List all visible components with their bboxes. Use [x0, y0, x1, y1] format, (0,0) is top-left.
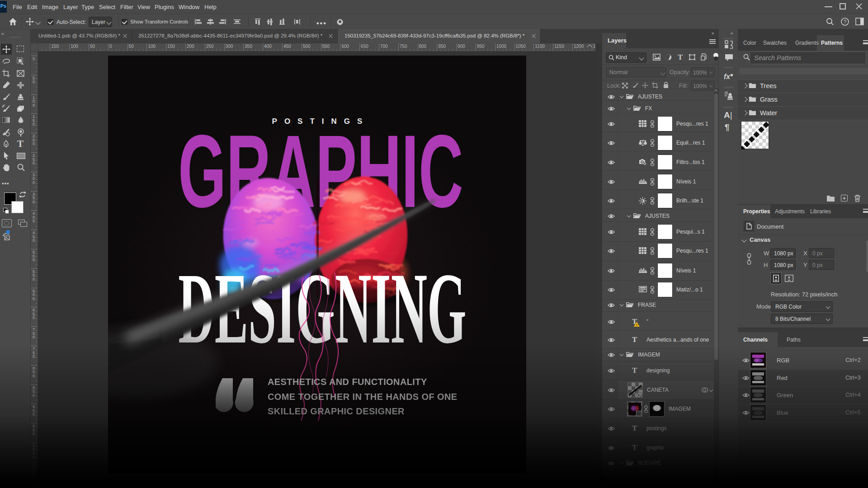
svg-text:!: !	[636, 323, 637, 327]
svg-text:?: ?	[844, 19, 846, 24]
